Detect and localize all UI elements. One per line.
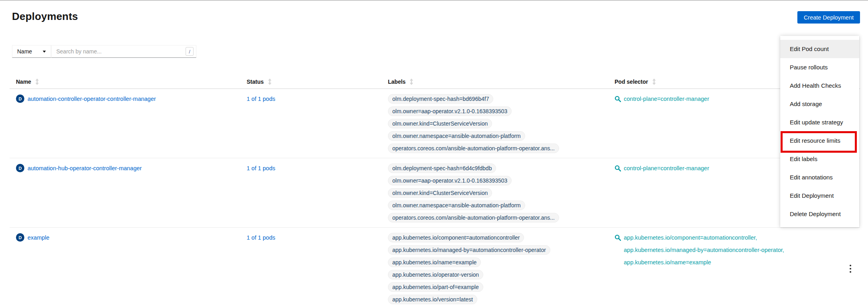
table-header-row: Name Status Labels Pod selector [10, 75, 860, 89]
sort-icon [409, 79, 413, 85]
labels-cell: app.kubernetes.io/component=automationco… [382, 228, 608, 305]
kebab-icon [849, 264, 852, 274]
create-deployment-button[interactable]: Create Deployment [797, 11, 860, 24]
pod-selector-link[interactable]: app.kubernetes.io/component=automationco… [624, 233, 784, 242]
menu-item-edit-pod-count[interactable]: Edit Pod count [780, 40, 859, 58]
filter-toolbar: Name / [12, 45, 196, 58]
actions-cell [841, 228, 860, 305]
caret-down-icon [43, 51, 46, 53]
label-chip: app.kubernetes.io/managed-by=automationc… [388, 245, 550, 255]
search-input[interactable] [51, 45, 196, 58]
label-chip: app.kubernetes.io/operator-version [388, 270, 483, 279]
table-row: Dautomation-hub-operator-controller-mana… [10, 158, 860, 228]
label-chip: operators.coreos.com/ansible-automation-… [388, 213, 559, 222]
sort-button[interactable] [409, 79, 413, 85]
menu-item-add-storage[interactable]: Add storage [780, 95, 859, 113]
search-icon-wrap [615, 96, 621, 103]
deployment-name-link[interactable]: automation-controller-operator-controlle… [28, 94, 156, 104]
sort-icon [652, 79, 656, 85]
label-chip: olm.owner=aap-operator.v2.1.0-0.16383935… [388, 176, 512, 185]
deployment-resource-badge: D [16, 164, 24, 172]
deployments-table: Name Status Labels Pod selector Dautomat… [10, 75, 860, 305]
pod-selector-link[interactable]: control-plane=controller-manager [624, 163, 709, 173]
pod-selector-lines: control-plane=controller-manager [624, 163, 709, 173]
menu-item-edit-resource-limits[interactable]: Edit resource limits [780, 132, 859, 150]
annotation-highlight-box [781, 131, 857, 153]
deployment-name-link[interactable]: example [28, 233, 49, 242]
table-row: Dexample1 of 1 podsapp.kubernetes.io/com… [10, 228, 860, 305]
deployment-resource-badge: D [16, 233, 24, 242]
pod-status-link[interactable]: 1 of 1 pods [247, 234, 275, 241]
sort-button[interactable] [35, 79, 39, 85]
labels-cell: olm.deployment-spec-hash=bd696b4f7olm.ow… [382, 89, 608, 158]
status-cell: 1 of 1 pods [240, 158, 382, 227]
deployment-resource-badge: D [16, 94, 24, 103]
kebab-menu-button[interactable] [846, 234, 855, 304]
pod-status-link[interactable]: 1 of 1 pods [247, 96, 275, 102]
sort-icon [35, 79, 39, 85]
actions-menu: Edit Pod countPause rolloutsAdd Health C… [780, 36, 859, 227]
label-chip: olm.owner=aap-operator.v2.1.0-0.16383935… [388, 106, 512, 116]
menu-item-edit-labels[interactable]: Edit labels [780, 150, 859, 168]
label-chip: app.kubernetes.io/name=example [388, 258, 481, 267]
label-chip: olm.owner.kind=ClusterServiceVersion [388, 188, 492, 198]
keyboard-shortcut-badge: / [186, 47, 194, 56]
name-cell: Dautomation-hub-operator-controller-mana… [10, 158, 240, 227]
deployment-name-link[interactable]: automation-hub-operator-controller-manag… [28, 163, 142, 173]
label-chip: olm.owner.namespace=ansible-automation-p… [388, 201, 525, 210]
top-border [0, 0, 868, 1]
sort-icon [268, 79, 272, 85]
label-chip: operators.coreos.com/ansible-automation-… [388, 144, 559, 153]
status-cell: 1 of 1 pods [240, 89, 382, 158]
column-header-status: Status [240, 75, 382, 89]
sort-button[interactable] [268, 79, 272, 85]
search-icon [615, 165, 621, 171]
pod-selector-link[interactable]: app.kubernetes.io/name=example [624, 258, 784, 267]
label-chip-list: olm.deployment-spec-hash=bd696b4f7olm.ow… [388, 94, 602, 153]
filter-type-label: Name [17, 48, 32, 55]
label-chip: olm.owner.kind=ClusterServiceVersion [388, 119, 492, 128]
menu-item-edit-annotations[interactable]: Edit annotations [780, 168, 859, 187]
name-cell: Dautomation-controller-operator-controll… [10, 89, 240, 158]
search-icon-wrap [615, 234, 621, 242]
table-row: Dautomation-controller-operator-controll… [10, 89, 860, 158]
label-chip: olm.deployment-spec-hash=bd696b4f7 [388, 94, 493, 104]
column-header-labels: Labels [382, 75, 608, 89]
name-cell: Dexample [10, 228, 240, 305]
pod-selector-link[interactable]: control-plane=controller-manager [624, 94, 709, 104]
table-body: Dautomation-controller-operator-controll… [10, 89, 860, 305]
label-chip-list: app.kubernetes.io/component=automationco… [388, 233, 602, 304]
label-chip: olm.owner.namespace=ansible-automation-p… [388, 131, 525, 141]
menu-item-add-health-checks[interactable]: Add Health Checks [780, 77, 859, 95]
filter-type-dropdown[interactable]: Name [12, 45, 51, 58]
pod-selector-lines: control-plane=controller-manager [624, 94, 709, 104]
page-title: Deployments [12, 10, 78, 23]
label-chip: app.kubernetes.io/part-of=example [388, 282, 483, 292]
menu-item-edit-update-strategy[interactable]: Edit update strategy [780, 113, 859, 132]
search-icon [615, 96, 621, 102]
search-icon-wrap [615, 165, 621, 173]
label-chip: olm.deployment-spec-hash=6d4c9fdbdb [388, 163, 496, 173]
pod-selector-cell: app.kubernetes.io/component=automationco… [608, 228, 841, 305]
label-chip: app.kubernetes.io/component=automationco… [388, 233, 524, 242]
label-chip: app.kubernetes.io/version=latest [388, 295, 477, 304]
label-chip-list: olm.deployment-spec-hash=6d4c9fdbdbolm.o… [388, 163, 602, 222]
labels-cell: olm.deployment-spec-hash=6d4c9fdbdbolm.o… [382, 158, 608, 227]
menu-item-delete-deployment[interactable]: Delete Deployment [780, 205, 859, 223]
pod-status-link[interactable]: 1 of 1 pods [247, 165, 275, 171]
search-icon [615, 234, 621, 241]
search-field-wrap: / [51, 45, 196, 58]
pod-selector-link[interactable]: app.kubernetes.io/managed-by=automationc… [624, 245, 784, 255]
menu-item-edit-deployment[interactable]: Edit Deployment [780, 187, 859, 205]
menu-item-pause-rollouts[interactable]: Pause rollouts [780, 58, 859, 77]
pod-selector-lines: app.kubernetes.io/component=automationco… [624, 233, 784, 267]
column-header-name: Name [10, 75, 240, 89]
status-cell: 1 of 1 pods [240, 228, 382, 305]
sort-button[interactable] [652, 79, 656, 85]
